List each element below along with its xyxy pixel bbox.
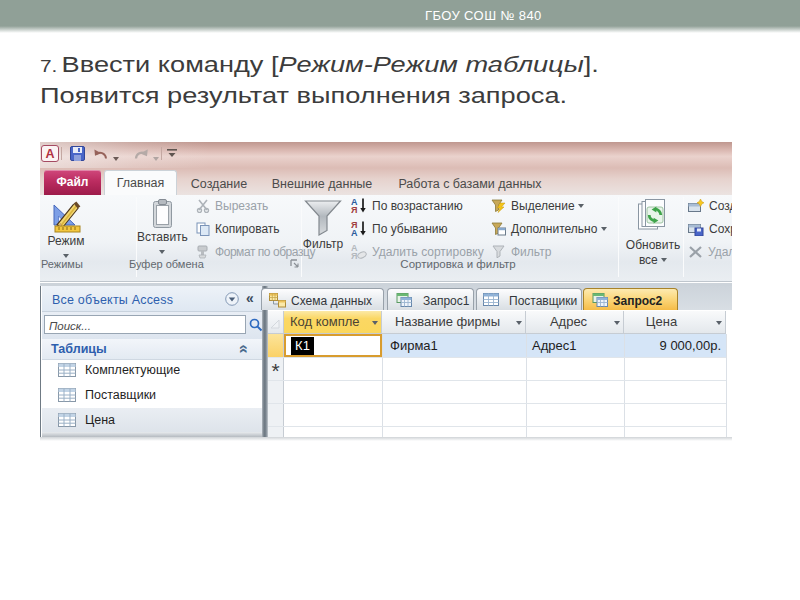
- svg-text:A: A: [45, 147, 54, 161]
- svg-text:А: А: [351, 228, 358, 237]
- svg-text:Я: Я: [351, 205, 357, 214]
